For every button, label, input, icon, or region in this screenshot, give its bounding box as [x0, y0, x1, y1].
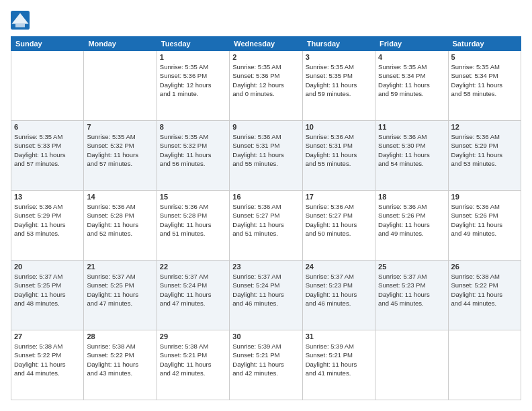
day-info: Sunrise: 5:39 AM Sunset: 5:21 PM Dayligh… — [232, 342, 299, 377]
day-info: Sunrise: 5:36 AM Sunset: 5:27 PM Dayligh… — [232, 202, 299, 238]
day-info: Sunrise: 5:36 AM Sunset: 5:29 PM Dayligh… — [451, 132, 518, 168]
weekday-header: Monday — [84, 37, 157, 51]
day-number: 16 — [232, 193, 299, 201]
calendar-cell: 6Sunrise: 5:35 AM Sunset: 5:33 PM Daylig… — [11, 121, 84, 191]
calendar-cell: 9Sunrise: 5:36 AM Sunset: 5:31 PM Daylig… — [230, 121, 302, 191]
day-number: 27 — [14, 332, 81, 340]
day-number: 26 — [451, 263, 518, 271]
calendar-cell: 5Sunrise: 5:35 AM Sunset: 5:34 PM Daylig… — [448, 51, 521, 121]
calendar-week-row: 6Sunrise: 5:35 AM Sunset: 5:33 PM Daylig… — [11, 121, 521, 191]
logo-icon — [11, 11, 30, 30]
day-info: Sunrise: 5:37 AM Sunset: 5:25 PM Dayligh… — [87, 272, 153, 308]
calendar-cell: 13Sunrise: 5:36 AM Sunset: 5:29 PM Dayli… — [11, 191, 84, 261]
day-info: Sunrise: 5:35 AM Sunset: 5:36 PM Dayligh… — [160, 62, 226, 98]
calendar-cell: 18Sunrise: 5:36 AM Sunset: 5:26 PM Dayli… — [375, 191, 448, 261]
calendar-cell — [375, 330, 448, 400]
day-info: Sunrise: 5:36 AM Sunset: 5:29 PM Dayligh… — [14, 202, 81, 238]
day-number: 11 — [378, 123, 445, 131]
day-info: Sunrise: 5:35 AM Sunset: 5:34 PM Dayligh… — [451, 62, 518, 98]
day-info: Sunrise: 5:35 AM Sunset: 5:35 PM Dayligh… — [306, 62, 372, 98]
day-number: 25 — [378, 263, 445, 271]
day-number: 8 — [160, 123, 226, 131]
day-number: 31 — [306, 332, 372, 340]
calendar-cell: 30Sunrise: 5:39 AM Sunset: 5:21 PM Dayli… — [230, 330, 302, 400]
day-info: Sunrise: 5:36 AM Sunset: 5:31 PM Dayligh… — [232, 132, 299, 168]
day-number: 7 — [87, 123, 153, 131]
calendar-cell: 25Sunrise: 5:37 AM Sunset: 5:23 PM Dayli… — [375, 261, 448, 330]
day-number: 14 — [87, 193, 153, 201]
day-info: Sunrise: 5:38 AM Sunset: 5:21 PM Dayligh… — [160, 342, 226, 377]
day-info: Sunrise: 5:35 AM Sunset: 5:33 PM Dayligh… — [14, 132, 81, 168]
day-number: 20 — [14, 263, 81, 271]
calendar-cell: 19Sunrise: 5:36 AM Sunset: 5:26 PM Dayli… — [448, 191, 521, 261]
calendar-cell: 20Sunrise: 5:37 AM Sunset: 5:25 PM Dayli… — [11, 261, 84, 330]
day-number: 22 — [160, 263, 226, 271]
day-info: Sunrise: 5:37 AM Sunset: 5:25 PM Dayligh… — [14, 272, 81, 308]
calendar-cell: 4Sunrise: 5:35 AM Sunset: 5:34 PM Daylig… — [375, 51, 448, 121]
day-info: Sunrise: 5:37 AM Sunset: 5:24 PM Dayligh… — [160, 272, 226, 308]
calendar-week-row: 13Sunrise: 5:36 AM Sunset: 5:29 PM Dayli… — [11, 191, 521, 261]
day-info: Sunrise: 5:36 AM Sunset: 5:31 PM Dayligh… — [306, 132, 372, 168]
day-number: 29 — [160, 332, 226, 340]
calendar-cell: 17Sunrise: 5:36 AM Sunset: 5:27 PM Dayli… — [302, 191, 375, 261]
weekday-header: Friday — [375, 37, 448, 51]
calendar-cell — [11, 51, 84, 121]
day-info: Sunrise: 5:35 AM Sunset: 5:32 PM Dayligh… — [160, 132, 226, 168]
calendar-cell: 21Sunrise: 5:37 AM Sunset: 5:25 PM Dayli… — [84, 261, 157, 330]
calendar-week-row: 20Sunrise: 5:37 AM Sunset: 5:25 PM Dayli… — [11, 261, 521, 330]
day-number: 12 — [451, 123, 518, 131]
day-info: Sunrise: 5:36 AM Sunset: 5:28 PM Dayligh… — [160, 202, 226, 238]
calendar-cell: 14Sunrise: 5:36 AM Sunset: 5:28 PM Dayli… — [84, 191, 157, 261]
day-number: 10 — [306, 123, 372, 131]
calendar-cell: 7Sunrise: 5:35 AM Sunset: 5:32 PM Daylig… — [84, 121, 157, 191]
weekday-header: Tuesday — [157, 37, 229, 51]
day-number: 1 — [160, 53, 226, 61]
calendar-cell — [84, 51, 157, 121]
day-info: Sunrise: 5:37 AM Sunset: 5:24 PM Dayligh… — [232, 272, 299, 308]
day-info: Sunrise: 5:38 AM Sunset: 5:22 PM Dayligh… — [14, 342, 81, 377]
calendar-cell: 23Sunrise: 5:37 AM Sunset: 5:24 PM Dayli… — [230, 261, 302, 330]
calendar-cell: 28Sunrise: 5:38 AM Sunset: 5:22 PM Dayli… — [84, 330, 157, 400]
calendar-cell: 2Sunrise: 5:35 AM Sunset: 5:36 PM Daylig… — [230, 51, 302, 121]
day-info: Sunrise: 5:36 AM Sunset: 5:27 PM Dayligh… — [306, 202, 372, 238]
calendar-cell: 10Sunrise: 5:36 AM Sunset: 5:31 PM Dayli… — [302, 121, 375, 191]
day-number: 18 — [378, 193, 445, 201]
calendar-cell: 27Sunrise: 5:38 AM Sunset: 5:22 PM Dayli… — [11, 330, 84, 400]
calendar-cell: 11Sunrise: 5:36 AM Sunset: 5:30 PM Dayli… — [375, 121, 448, 191]
calendar-cell: 8Sunrise: 5:35 AM Sunset: 5:32 PM Daylig… — [157, 121, 229, 191]
logo — [11, 11, 32, 30]
weekday-header-row: SundayMondayTuesdayWednesdayThursdayFrid… — [11, 37, 521, 51]
day-info: Sunrise: 5:36 AM Sunset: 5:26 PM Dayligh… — [451, 202, 518, 238]
day-number: 2 — [232, 53, 299, 61]
day-number: 9 — [232, 123, 299, 131]
day-info: Sunrise: 5:38 AM Sunset: 5:22 PM Dayligh… — [451, 272, 518, 308]
calendar-cell: 26Sunrise: 5:38 AM Sunset: 5:22 PM Dayli… — [448, 261, 521, 330]
calendar-cell: 15Sunrise: 5:36 AM Sunset: 5:28 PM Dayli… — [157, 191, 229, 261]
day-info: Sunrise: 5:36 AM Sunset: 5:30 PM Dayligh… — [378, 132, 445, 168]
svg-rect-2 — [15, 24, 25, 28]
day-number: 21 — [87, 263, 153, 271]
day-number: 6 — [14, 123, 81, 131]
weekday-header: Sunday — [11, 37, 84, 51]
day-info: Sunrise: 5:37 AM Sunset: 5:23 PM Dayligh… — [306, 272, 372, 308]
day-number: 23 — [232, 263, 299, 271]
day-info: Sunrise: 5:36 AM Sunset: 5:28 PM Dayligh… — [87, 202, 153, 238]
day-number: 30 — [232, 332, 299, 340]
weekday-header: Thursday — [302, 37, 375, 51]
day-number: 19 — [451, 193, 518, 201]
day-info: Sunrise: 5:37 AM Sunset: 5:23 PM Dayligh… — [378, 272, 445, 308]
day-number: 15 — [160, 193, 226, 201]
day-number: 5 — [451, 53, 518, 61]
calendar-cell — [448, 330, 521, 400]
weekday-header: Saturday — [448, 37, 521, 51]
day-info: Sunrise: 5:38 AM Sunset: 5:22 PM Dayligh… — [87, 342, 153, 377]
calendar-week-row: 1Sunrise: 5:35 AM Sunset: 5:36 PM Daylig… — [11, 51, 521, 121]
calendar-cell: 29Sunrise: 5:38 AM Sunset: 5:21 PM Dayli… — [157, 330, 229, 400]
calendar-cell: 31Sunrise: 5:39 AM Sunset: 5:21 PM Dayli… — [302, 330, 375, 400]
calendar-cell: 22Sunrise: 5:37 AM Sunset: 5:24 PM Dayli… — [157, 261, 229, 330]
calendar-cell: 3Sunrise: 5:35 AM Sunset: 5:35 PM Daylig… — [302, 51, 375, 121]
calendar-cell: 12Sunrise: 5:36 AM Sunset: 5:29 PM Dayli… — [448, 121, 521, 191]
day-info: Sunrise: 5:36 AM Sunset: 5:26 PM Dayligh… — [378, 202, 445, 238]
day-number: 3 — [306, 53, 372, 61]
day-number: 4 — [378, 53, 445, 61]
